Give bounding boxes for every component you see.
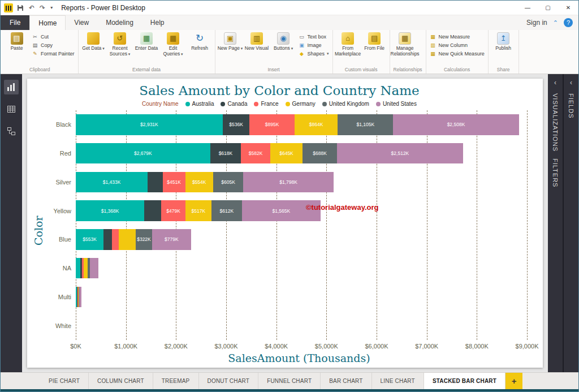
x-axis: $0K$1,000K$2,000K$3,000K$4,000K$5,000K$6… xyxy=(76,340,527,351)
menu-tab-view[interactable]: View xyxy=(66,15,97,30)
bar-segment[interactable]: $864K xyxy=(295,114,338,135)
bar-segment[interactable]: $2,508K xyxy=(393,114,518,135)
legend-item-canada[interactable]: Canada xyxy=(221,101,247,107)
bar-segment[interactable]: $2,679K xyxy=(76,143,210,164)
file-menu[interactable]: File xyxy=(1,15,29,30)
bar-segment[interactable]: $2,512K xyxy=(337,143,463,164)
cut-button[interactable]: ✂Cut xyxy=(32,33,75,40)
new-measure-button[interactable]: ▦New Measure xyxy=(430,33,485,40)
bar-segment[interactable] xyxy=(79,287,81,308)
bar-segment[interactable]: $1,798K xyxy=(243,172,333,193)
shapes-button[interactable]: ◆Shapes▾ xyxy=(299,50,329,57)
undo-icon[interactable]: ↶ xyxy=(28,4,36,12)
bar-segment[interactable]: $553K xyxy=(76,229,103,250)
legend-item-france[interactable]: France xyxy=(254,101,278,107)
sheet-tab-donut-chart[interactable]: DONUT CHART xyxy=(199,373,259,389)
sheet-tab-column-chart[interactable]: COLUMN CHART xyxy=(89,373,153,389)
bar-segment[interactable]: $582K xyxy=(241,143,270,164)
report-view-icon[interactable] xyxy=(4,80,19,94)
new-visual-button[interactable]: ▥New Visual xyxy=(244,31,270,53)
from-file-button[interactable]: ▤From File xyxy=(361,31,388,53)
manage-relationships-button[interactable]: ▦Manage Relationships xyxy=(392,31,418,58)
sheet-tab-pie-chart[interactable]: PIE CHART xyxy=(40,373,89,389)
enter-data-button[interactable]: ▦Enter Data xyxy=(133,31,160,53)
bar-segment[interactable]: $2,931K xyxy=(76,114,223,135)
expand-panel-chevron-icon[interactable]: ‹ xyxy=(570,79,572,87)
publish-button[interactable]: ↥Publish xyxy=(490,31,517,53)
sheet-tab-line-chart[interactable]: LINE CHART xyxy=(372,373,424,389)
stacked-bar-chart-visual[interactable]: Sales Amount by Color and Country Name C… xyxy=(27,79,543,368)
sheet-tab-stacked-bar-chart[interactable]: STACKED BAR CHART xyxy=(424,373,505,389)
bar-segment[interactable]: $451K xyxy=(163,172,185,193)
bar-segment[interactable]: $645K xyxy=(270,143,303,164)
new-column-button[interactable]: ▥New Column xyxy=(430,42,485,49)
minimize-button[interactable]: — xyxy=(517,1,538,15)
model-view-icon[interactable] xyxy=(4,124,19,139)
legend-bullet-icon xyxy=(185,102,190,106)
bar-segment[interactable]: $1,433K xyxy=(76,172,148,193)
text-box-button[interactable]: ▭Text box xyxy=(299,33,329,40)
bar-segment[interactable]: $688K xyxy=(303,143,337,164)
bar-segment[interactable]: $779K xyxy=(152,229,191,250)
data-view-icon[interactable] xyxy=(4,102,19,117)
copy-button[interactable]: ▤Copy xyxy=(32,42,75,49)
maximize-button[interactable]: ▢ xyxy=(538,1,558,15)
menu-tab-home[interactable]: Home xyxy=(29,15,66,30)
legend-item-australia[interactable]: Australia xyxy=(185,101,214,107)
new-page-button[interactable]: ▣New Page ▾ xyxy=(217,31,244,53)
get-data-button[interactable]: Get Data ▾ xyxy=(80,31,107,53)
bar-segment[interactable] xyxy=(144,200,161,221)
format-painter-button[interactable]: ✎Format Painter xyxy=(32,50,75,57)
legend-label: France xyxy=(261,101,278,107)
bar-segment[interactable]: $895K xyxy=(249,114,294,135)
bar-segment[interactable] xyxy=(90,258,98,279)
bar-segment[interactable] xyxy=(112,229,119,250)
quick-access-dropdown-icon[interactable]: ▾ xyxy=(49,5,54,10)
bar-segment[interactable]: $612K xyxy=(211,200,242,221)
save-icon[interactable] xyxy=(16,5,25,11)
from-marketplace-button[interactable]: ⌂From Marketplace xyxy=(335,31,361,58)
bar-segment[interactable]: $618K xyxy=(210,143,241,164)
close-button[interactable]: ✕ xyxy=(558,1,578,15)
bar-segment[interactable]: $605K xyxy=(213,172,244,193)
recent-sources-button[interactable]: ↺Recent Sources ▾ xyxy=(107,31,133,58)
bar-segment[interactable]: $322K xyxy=(136,229,152,250)
stacked-bar-white xyxy=(76,315,527,336)
expand-panel-chevron-icon[interactable]: ‹ xyxy=(554,79,556,87)
image-button[interactable]: ▣Image xyxy=(299,42,329,49)
redo-icon[interactable]: ↷ xyxy=(38,4,46,12)
sheet-tab-bar-chart[interactable]: BAR CHART xyxy=(321,373,371,389)
bar-segment[interactable] xyxy=(119,229,136,250)
refresh-icon: ↻ xyxy=(193,32,206,45)
paste-button[interactable]: ▤Paste xyxy=(3,31,30,53)
menu-tab-help[interactable]: Help xyxy=(142,15,173,30)
bar-segment[interactable]: $517K xyxy=(185,200,211,221)
legend-item-germany[interactable]: Germany xyxy=(286,101,316,107)
sheet-tab-funnel-chart[interactable]: FUNNEL CHART xyxy=(258,373,321,389)
bar-segment[interactable] xyxy=(103,229,112,250)
refresh-button[interactable]: ↻Refresh xyxy=(187,31,213,53)
panel-label-fields[interactable]: FIELDS xyxy=(568,93,574,119)
menu-tab-modeling[interactable]: Modeling xyxy=(97,15,142,30)
legend-item-united-kingdom[interactable]: United Kingdom xyxy=(322,101,369,107)
bar-segment[interactable] xyxy=(76,258,80,279)
new-quick-measure-button[interactable]: ▦New Quick Measure xyxy=(430,50,485,57)
bar-segment[interactable]: $536K xyxy=(223,114,250,135)
bar-segment[interactable]: $479K xyxy=(161,200,185,221)
panel-label-visualizations[interactable]: VISUALIZATIONS xyxy=(552,93,559,152)
panel-label-filters[interactable]: FILTERS xyxy=(552,158,559,187)
bar-segment[interactable] xyxy=(84,258,88,279)
bar-segment[interactable] xyxy=(148,172,163,193)
buttons-button[interactable]: ◉Buttons ▾ xyxy=(270,31,297,53)
bar-segment[interactable]: $1,105K xyxy=(338,114,393,135)
shapes-icon: ◆ xyxy=(299,50,305,57)
sheet-tab-treemap[interactable]: TREEMAP xyxy=(153,373,199,389)
add-page-button[interactable]: + xyxy=(505,373,522,389)
sign-in-link[interactable]: Sign in xyxy=(526,19,547,27)
bar-segment[interactable]: $1,368K xyxy=(76,200,144,221)
edit-queries-button[interactable]: ▦Edit Queries ▾ xyxy=(160,31,187,58)
bar-segment[interactable]: $554K xyxy=(185,172,213,193)
ribbon-collapse-icon[interactable]: ⌃ xyxy=(553,19,558,27)
legend-item-united-states[interactable]: United States xyxy=(376,101,417,107)
help-icon[interactable]: ? xyxy=(564,18,573,27)
